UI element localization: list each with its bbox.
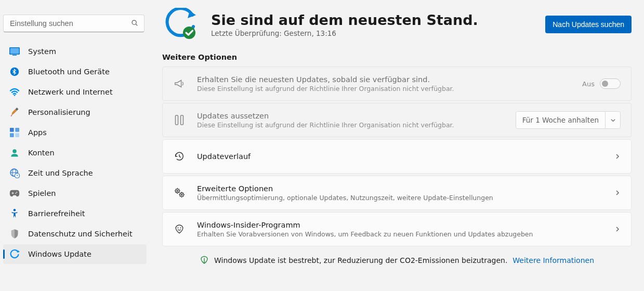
- display-icon: [9, 46, 20, 57]
- row-update-history[interactable]: Updateverlauf: [162, 139, 632, 174]
- svg-point-6: [14, 95, 16, 96]
- history-icon: [173, 150, 186, 163]
- sidebar-item-label: Barrierefreiheit: [28, 209, 85, 218]
- pause-duration-dropdown: Für 1 Woche anhalten: [516, 111, 621, 129]
- sidebar-item-privacy[interactable]: Datenschutz und Sicherheit: [3, 224, 147, 244]
- sidebar-item-accounts[interactable]: Konten: [3, 143, 147, 163]
- row-title: Erhalten Sie die neuesten Updates, sobal…: [197, 75, 582, 84]
- row-advanced-options[interactable]: Erweiterte Optionen Übermittlungsoptimie…: [162, 176, 632, 210]
- sidebar-item-gaming[interactable]: Spielen: [3, 183, 147, 203]
- sidebar-item-label: Bluetooth und Geräte: [28, 68, 110, 76]
- row-latest-updates: Erhalten Sie die neuesten Updates, sobal…: [162, 67, 632, 101]
- row-subtitle: Diese Einstellung ist aufgrund der Richt…: [197, 85, 582, 92]
- search-wrap: [3, 15, 144, 32]
- chevron-right-icon: [614, 153, 621, 160]
- update-status-header: Sie sind auf dem neuesten Stand. Letzte …: [162, 0, 632, 53]
- svg-point-11: [12, 149, 17, 153]
- svg-point-20: [14, 209, 16, 211]
- pause-dropdown-label: Für 1 Woche anhalten: [516, 111, 605, 129]
- sidebar-item-system[interactable]: System: [3, 42, 147, 61]
- pause-icon: [173, 114, 186, 126]
- gamepad-icon: [9, 188, 20, 199]
- co2-learn-more-link[interactable]: Weitere Informationen: [512, 256, 594, 264]
- svg-rect-7: [10, 128, 14, 132]
- search-input[interactable]: [3, 15, 144, 32]
- sidebar-item-update[interactable]: Windows Update: [3, 244, 147, 264]
- main-content: Sie sind auf dem neuesten Stand. Letzte …: [150, 0, 644, 291]
- sidebar-item-label: Konten: [28, 149, 55, 157]
- sidebar-item-label: Datenschutz und Sicherheit: [28, 230, 133, 238]
- svg-point-23: [183, 27, 195, 39]
- sidebar-item-bluetooth[interactable]: Bluetooth und Geräte: [3, 62, 147, 82]
- nav-list: System Bluetooth und Geräte Netzwerk und…: [3, 42, 147, 264]
- row-subtitle: Erhalten Sie Vorabversionen von Windows,…: [197, 230, 614, 238]
- svg-rect-3: [10, 48, 19, 54]
- sidebar: System Bluetooth und Geräte Netzwerk und…: [0, 0, 150, 291]
- toggle-state-label: Aus: [582, 80, 595, 88]
- svg-rect-25: [181, 115, 183, 125]
- chevron-down-icon: [605, 111, 621, 129]
- search-button[interactable]: [128, 17, 141, 30]
- insider-icon: [173, 223, 186, 235]
- svg-rect-24: [176, 115, 178, 125]
- svg-rect-9: [10, 133, 14, 137]
- sidebar-item-label: Netzwerk und Internet: [28, 88, 113, 96]
- apps-icon: [9, 127, 20, 138]
- svg-point-27: [177, 190, 178, 192]
- row-pause-updates: Updates aussetzen Diese Einstellung ist …: [162, 103, 632, 137]
- accessibility-icon: [9, 208, 20, 219]
- row-title: Erweiterte Optionen: [197, 184, 614, 193]
- leaf-heart-icon: [200, 256, 209, 265]
- update-status-subtitle: Letzte Überprüfung: Gestern, 13:16: [211, 29, 545, 37]
- svg-point-16: [16, 192, 17, 193]
- svg-rect-19: [12, 192, 14, 194]
- bluetooth-icon: [9, 67, 20, 77]
- sidebar-item-network[interactable]: Netzwerk und Internet: [3, 82, 147, 102]
- sidebar-item-label: Spielen: [28, 189, 56, 197]
- sidebar-item-timelang[interactable]: Zeit und Sprache: [3, 163, 147, 183]
- svg-line-1: [136, 24, 137, 25]
- check-updates-button[interactable]: Nach Updates suchen: [545, 16, 632, 33]
- sidebar-item-label: Zeit und Sprache: [28, 169, 93, 177]
- update-status-title: Sie sind auf dem neuesten Stand.: [211, 12, 545, 28]
- row-title: Updates aussetzen: [197, 112, 516, 120]
- chevron-right-icon: [614, 190, 621, 196]
- co2-text: Windows Update ist bestrebt, zur Reduzie…: [214, 256, 507, 264]
- more-options-heading: Weitere Optionen: [162, 53, 632, 61]
- update-icon: [9, 249, 20, 259]
- gears-icon: [173, 187, 186, 199]
- co2-notice: Windows Update ist bestrebt, zur Reduzie…: [162, 256, 632, 265]
- wifi-icon: [9, 87, 20, 97]
- row-title: Windows-Insider-Programm: [197, 221, 614, 229]
- svg-rect-8: [15, 128, 19, 132]
- row-title: Updateverlauf: [197, 152, 614, 161]
- svg-point-0: [132, 20, 136, 24]
- sidebar-item-apps[interactable]: Apps: [3, 123, 147, 142]
- sidebar-item-personalization[interactable]: Personalisierung: [3, 102, 147, 122]
- row-insider-program[interactable]: Windows-Insider-Programm Erhalten Sie Vo…: [162, 212, 632, 246]
- row-subtitle: Übermittlungsoptimierung, optionale Upda…: [197, 194, 614, 202]
- svg-point-31: [180, 227, 181, 228]
- row-subtitle: Diese Einstellung ist aufgrund der Richt…: [197, 121, 516, 129]
- sidebar-item-label: Windows Update: [28, 250, 91, 258]
- svg-rect-4: [12, 55, 17, 56]
- paintbrush-icon: [9, 107, 20, 117]
- sidebar-item-accessibility[interactable]: Barrierefreiheit: [3, 204, 147, 223]
- shield-icon: [9, 229, 20, 239]
- megaphone-icon: [173, 77, 186, 90]
- person-icon: [9, 148, 20, 158]
- sidebar-item-label: Personalisierung: [28, 108, 90, 116]
- globe-clock-icon: [9, 168, 20, 178]
- sidebar-item-label: System: [28, 47, 56, 56]
- sidebar-item-label: Apps: [28, 128, 47, 137]
- svg-rect-10: [15, 133, 19, 137]
- svg-point-30: [177, 227, 178, 228]
- svg-point-29: [181, 194, 182, 195]
- chevron-right-icon: [614, 226, 621, 232]
- search-icon: [131, 19, 138, 28]
- svg-point-17: [15, 193, 16, 194]
- update-status-icon: [162, 7, 200, 42]
- latest-updates-toggle: [600, 78, 621, 89]
